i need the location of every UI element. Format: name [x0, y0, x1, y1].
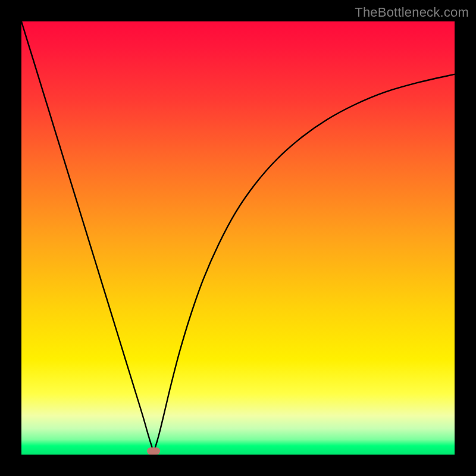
watermark-text: TheBottleneck.com: [355, 5, 469, 20]
minima-marker: [147, 447, 160, 455]
bottleneck-curve: [21, 21, 455, 455]
chart-frame: TheBottleneck.com: [0, 0, 476, 476]
plot-area: [21, 21, 455, 455]
